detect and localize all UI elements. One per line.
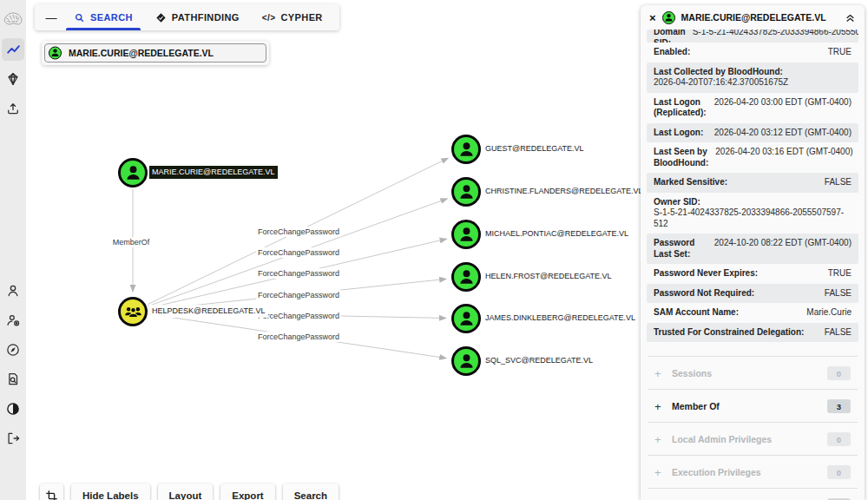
person-icon[interactable]	[2, 280, 24, 302]
graph-node-user[interactable]	[451, 346, 481, 376]
section-label: Local Admin Privileges	[672, 434, 819, 444]
graph-node-user[interactable]	[451, 304, 481, 333]
crop-icon[interactable]	[40, 484, 63, 500]
property-row: Password Last Set:2024-10-20 08:22 EDT (…	[647, 234, 858, 264]
logout-icon[interactable]	[2, 427, 24, 450]
edge-label-forcechangepassword[interactable]: ForceChangePassword	[256, 227, 341, 237]
gem-icon[interactable]	[2, 68, 24, 90]
graph-node-label[interactable]: MICHAEL.PONTIAC@REDELEGATE.VL	[483, 227, 631, 240]
section-count-badge: 3	[827, 399, 851, 413]
edge-label-forcechangepassword[interactable]: ForceChangePassword	[256, 332, 341, 342]
property-label: Password Last Set:	[654, 238, 707, 260]
graph-node-user[interactable]	[451, 177, 481, 207]
property-label: Last Logon:	[654, 128, 703, 139]
property-value: 2024-10-20 08:22 EDT (GMT-0400)	[714, 238, 852, 260]
minimize-panel-button[interactable]: —	[40, 4, 62, 30]
left-icon-rail	[0, 0, 26, 500]
compass-icon[interactable]	[2, 339, 24, 361]
section-label: Sessions	[672, 368, 819, 378]
section-label: Execution Privileges	[672, 467, 819, 477]
graph-toolbar: Hide LabelsLayoutExportSearch	[40, 484, 339, 500]
tab-search[interactable]: SEARCH	[62, 4, 144, 30]
search-input[interactable]	[44, 43, 266, 62]
hide-labels-button[interactable]: Hide Labels	[71, 484, 150, 500]
property-row: Password Not Required:FALSE	[647, 284, 858, 304]
property-row: Last Logon:2026-04-20 03:12 EDT (GMT-040…	[647, 123, 858, 143]
entity-info-panel: × MARIE.CURIE@REDELEGATE.VL Domain SID: …	[641, 5, 865, 500]
graph-node-label[interactable]: HELEN.FROST@REDELEGATE.VL	[483, 270, 615, 283]
tab-label: CYPHER	[280, 12, 322, 23]
tab-pathfinding[interactable]: PATHFINDING	[144, 4, 251, 30]
graph-node-label[interactable]: JAMES.DINKLEBERG@REDELEGATE.VL	[483, 312, 638, 325]
graph-node-label[interactable]: MARIE.CURIE@REDELEGATE.VL	[149, 166, 278, 179]
diamond-icon	[155, 12, 167, 23]
property-value: Marie.Curie	[806, 307, 852, 319]
graph-node-user[interactable]	[118, 158, 148, 188]
close-icon[interactable]: ×	[649, 12, 656, 23]
property-row: Enabled:TRUE	[647, 43, 858, 62]
entity-panel-body: Domain SID: S-1-5-21-4024337825-20333948…	[641, 30, 865, 500]
property-label: Password Never Expires:	[654, 268, 758, 280]
property-label: Last Logon (Replicated):	[654, 97, 707, 119]
export-button[interactable]: Export	[220, 484, 274, 500]
property-row: Owner SID:S-1-5-21-4024337825-2033394866…	[647, 193, 858, 234]
section-outbound-object-control[interactable]: +Outbound Object Control6	[648, 488, 858, 500]
edge-label-memberof[interactable]: MemberOf	[111, 237, 152, 247]
expand-plus-icon[interactable]: +	[654, 400, 664, 413]
collapse-all-icon[interactable]	[845, 12, 856, 23]
graph-node-label[interactable]: SQL_SVC@REDELEGATE.VL	[483, 354, 595, 367]
section-count-badge: 0	[827, 465, 851, 479]
tab-cypher[interactable]: </>CYPHER	[251, 4, 334, 30]
edge-label-forcechangepassword[interactable]: ForceChangePassword	[256, 290, 341, 300]
graph-node-group[interactable]	[118, 297, 148, 326]
property-value: 2026-04-20T07:16:42.370051675Z	[654, 77, 852, 89]
property-label: Last Seen by BloodHound:	[654, 147, 708, 168]
edge-label-forcechangepassword[interactable]: ForceChangePassword	[256, 247, 341, 258]
property-label: Password Not Required:	[654, 288, 754, 299]
graph-node-label[interactable]: HELPDESK@REDELEGATE.VL	[149, 305, 268, 318]
graph-node-label[interactable]: GUEST@REDELEGATE.VL	[483, 142, 587, 155]
property-row: Marked Sensitive:FALSE	[647, 173, 858, 193]
edge-label-forcechangepassword[interactable]: ForceChangePassword	[256, 311, 341, 321]
property-row: SAM Account Name:Marie.Curie	[647, 303, 858, 323]
graph-node-label[interactable]: CHRISTINE.FLANDERS@REDELEGATE.VL	[483, 185, 646, 198]
edge-label-forcechangepassword[interactable]: ForceChangePassword	[256, 268, 341, 279]
upload-icon[interactable]	[2, 97, 24, 120]
property-value: TRUE	[828, 47, 852, 58]
property-label: Owner SID:	[654, 197, 700, 207]
graph-node-user[interactable]	[451, 135, 481, 164]
section-sessions: +Sessions0	[648, 356, 858, 389]
section-member-of[interactable]: +Member Of3	[648, 389, 858, 422]
property-label: Marked Sensitive:	[654, 177, 727, 188]
layout-button[interactable]: Layout	[158, 484, 214, 500]
code-icon: </>	[262, 13, 276, 23]
contrast-icon[interactable]	[2, 398, 24, 420]
person-gear-icon[interactable]	[2, 309, 24, 332]
graph-node-user[interactable]	[451, 220, 481, 249]
property-value: FALSE	[825, 177, 852, 188]
graph-node-user[interactable]	[451, 262, 481, 292]
section-count-badge: 0	[827, 432, 851, 446]
property-value: S-1-5-21-4024337825-2033394866-205550759…	[693, 30, 858, 43]
property-value: TRUE	[828, 268, 852, 280]
property-value: FALSE	[825, 288, 852, 299]
property-value: S-1-5-21-4024337825-2033394866-205550759…	[654, 207, 852, 229]
expand-plus-icon: +	[654, 367, 664, 380]
entity-panel-header: × MARIE.CURIE@REDELEGATE.VL	[641, 5, 865, 30]
user-avatar-icon	[662, 11, 675, 24]
entity-title: MARIE.CURIE@REDELEGATE.VL	[681, 12, 838, 23]
property-value: FALSE	[825, 327, 852, 339]
section-count-badge: 0	[827, 366, 851, 380]
property-row: Last Seen by BloodHound:2026-04-20 03:16…	[647, 142, 858, 173]
property-label: SAM Account Name:	[654, 307, 739, 319]
expand-plus-icon: +	[654, 466, 664, 479]
property-label: Last Collected by BloodHound:	[654, 67, 783, 76]
explore-chart-icon[interactable]	[2, 38, 24, 61]
search-card	[42, 41, 269, 65]
property-row: Last Logon (Replicated):2026-04-20 03:00…	[647, 93, 858, 123]
search-button[interactable]: Search	[283, 484, 339, 500]
tab-label: PATHFINDING	[172, 12, 240, 23]
property-row: Password Never Expires:TRUE	[647, 264, 858, 284]
document-search-icon[interactable]	[2, 368, 24, 391]
property-label: Enabled:	[654, 47, 690, 58]
